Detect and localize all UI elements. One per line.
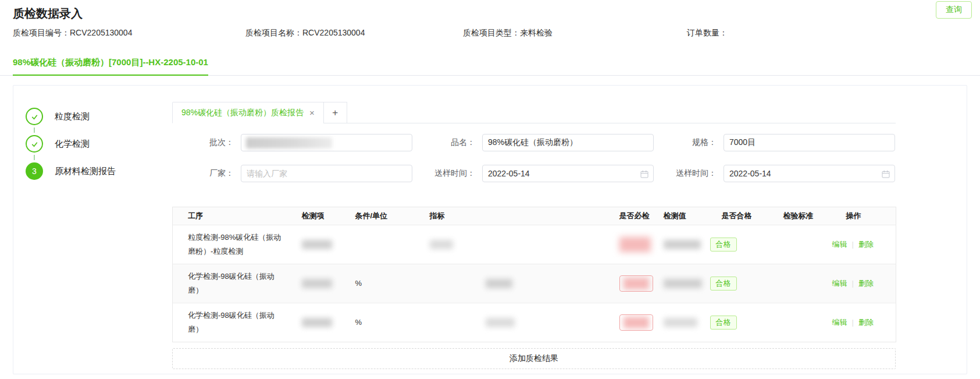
material-tab-bar: 98%碳化硅（振动磨粉）[7000目]--HX-2205-10-01 — [0, 57, 980, 76]
table-row: 化学检测-98碳化硅（振动磨） % 合格 编辑|删除 — [173, 303, 896, 342]
vendor-input[interactable] — [247, 169, 407, 178]
project-code: 质检项目编号：RCV2205130004 — [13, 28, 245, 38]
process-cell: 化学检测-98碳化硅（振动磨） — [173, 264, 287, 303]
edit-link[interactable]: 编辑 — [832, 279, 847, 288]
col-required: 是否必检 — [604, 207, 648, 225]
report-tab-label: 98%碳化硅（振动磨粉）质检报告 — [181, 108, 304, 118]
sample-time-input-1[interactable] — [488, 169, 648, 178]
qc-results-table: 工序 检测项 条件/单位 指标 是否必检 检测值 是否合格 检验标准 操作 粒度… — [172, 207, 896, 342]
actions-cell: 编辑|删除 — [831, 264, 896, 303]
main-panel: 粒度检测 化学检测 3 原材料检测报告 98%碳化硅（振动磨粉）质检报告 × + — [13, 85, 967, 374]
check-icon — [30, 140, 39, 148]
redacted-value — [619, 237, 651, 252]
top-bar: 质检数据录入 查询 — [0, 0, 980, 23]
action-divider: | — [852, 240, 854, 249]
redacted-badge — [619, 314, 653, 331]
standard-cell — [768, 264, 831, 303]
redacted-value — [302, 279, 332, 288]
query-button[interactable]: 查询 — [936, 1, 972, 19]
add-tab-button[interactable]: + — [323, 102, 347, 123]
redacted-value — [302, 318, 332, 327]
col-test-value: 检测值 — [648, 207, 707, 225]
field-spec: 规格： — [655, 134, 896, 151]
step-finished-circle — [26, 135, 43, 153]
order-quantity-label: 订单数量： — [687, 28, 728, 37]
col-actions: 操作 — [831, 207, 896, 225]
step-connector — [34, 127, 35, 133]
test-item-cell — [287, 303, 340, 342]
step-connector — [34, 155, 35, 160]
col-indicator: 指标 — [415, 207, 604, 225]
qualified-cell: 合格 — [707, 303, 768, 342]
standard-cell — [768, 303, 831, 342]
redacted-value — [430, 240, 453, 249]
report-content: 98%碳化硅（振动磨粉）质检报告 × + 批次： 品名： — [172, 86, 896, 374]
project-info-row: 质检项目编号：RCV2205130004 质检项目名称：RCV220513000… — [0, 28, 980, 38]
sample-time-input-2[interactable] — [729, 169, 889, 178]
col-standard: 检验标准 — [768, 207, 831, 225]
calendar-icon — [640, 170, 648, 178]
spec-label: 规格： — [655, 137, 724, 148]
calendar-icon — [882, 170, 890, 178]
indicator-cell — [415, 264, 604, 303]
material-tab-active[interactable]: 98%碳化硅（振动磨粉）[7000目]--HX-2205-10-01 — [13, 57, 208, 76]
action-divider: | — [852, 318, 854, 327]
indicator-cell — [415, 225, 604, 264]
process-cell: 化学检测-98碳化硅（振动磨） — [173, 303, 287, 342]
field-sample-time-1: 送样时间： — [414, 165, 655, 182]
field-product-name: 品名： — [414, 134, 655, 151]
project-code-value: RCV2205130004 — [70, 28, 132, 37]
report-tab-active[interactable]: 98%碳化硅（振动磨粉）质检报告 × — [172, 102, 324, 123]
step-label: 化学检测 — [55, 139, 90, 150]
test-item-cell — [287, 225, 340, 264]
close-icon[interactable]: × — [309, 108, 315, 117]
edit-link[interactable]: 编辑 — [832, 240, 847, 249]
redacted-value — [302, 240, 332, 249]
step-chemical-test[interactable]: 化学检测 — [26, 135, 172, 153]
required-cell — [604, 225, 648, 264]
product-name-input[interactable] — [488, 138, 648, 147]
spec-input[interactable] — [729, 138, 889, 147]
test-value-cell — [648, 264, 707, 303]
project-name: 质检项目名称：RCV2205130004 — [245, 28, 463, 38]
step-finished-circle — [26, 108, 43, 125]
pass-tag: 合格 — [710, 277, 737, 291]
required-cell — [604, 264, 648, 303]
condition-unit-cell: % — [340, 264, 415, 303]
report-form: 批次： 品名： 规格： — [172, 134, 896, 182]
plus-icon: + — [332, 107, 338, 119]
step-label: 粒度检测 — [55, 111, 90, 122]
report-tab-bar: 98%碳化硅（振动磨粉）质检报告 × + — [172, 102, 896, 123]
condition-unit-cell: % — [340, 303, 415, 342]
batch-input[interactable] — [247, 138, 407, 147]
test-item-cell — [287, 264, 340, 303]
delete-link[interactable]: 删除 — [858, 240, 874, 249]
page-title: 质检数据录入 — [13, 6, 967, 22]
delete-link[interactable]: 删除 — [858, 318, 874, 327]
indicator-cell — [415, 303, 604, 342]
process-cell: 粒度检测-98%碳化硅（振动磨粉）-粒度检测 — [173, 225, 287, 264]
col-process: 工序 — [173, 207, 287, 225]
actions-cell: 编辑|删除 — [831, 225, 896, 264]
col-test-item: 检测项 — [287, 207, 340, 225]
add-result-button[interactable]: 添加质检结果 — [172, 348, 896, 369]
table-row: 化学检测-98碳化硅（振动磨） % 合格 编辑|删除 — [173, 264, 896, 303]
project-type: 质检项目类型：来料检验 — [463, 28, 687, 38]
edit-link[interactable]: 编辑 — [832, 318, 847, 327]
test-value-cell — [648, 303, 707, 342]
step-particle-size-test[interactable]: 粒度检测 — [26, 108, 172, 125]
sample-time-label: 送样时间： — [655, 168, 724, 179]
product-name-label: 品名： — [414, 137, 482, 148]
delete-link[interactable]: 删除 — [858, 279, 874, 288]
table-header-row: 工序 检测项 条件/单位 指标 是否必检 检测值 是否合格 检验标准 操作 — [173, 207, 896, 225]
condition-unit-cell — [340, 225, 415, 264]
actions-cell: 编辑|删除 — [831, 303, 896, 342]
col-condition-unit: 条件/单位 — [340, 207, 415, 225]
field-vendor: 厂家： — [172, 165, 414, 182]
redacted-badge — [619, 275, 653, 292]
step-raw-material-report[interactable]: 3 原材料检测报告 — [26, 162, 172, 180]
check-icon — [30, 112, 39, 121]
col-qualified: 是否合格 — [707, 207, 768, 225]
sample-time-label: 送样时间： — [414, 168, 482, 179]
step-label: 原材料检测报告 — [55, 166, 116, 177]
